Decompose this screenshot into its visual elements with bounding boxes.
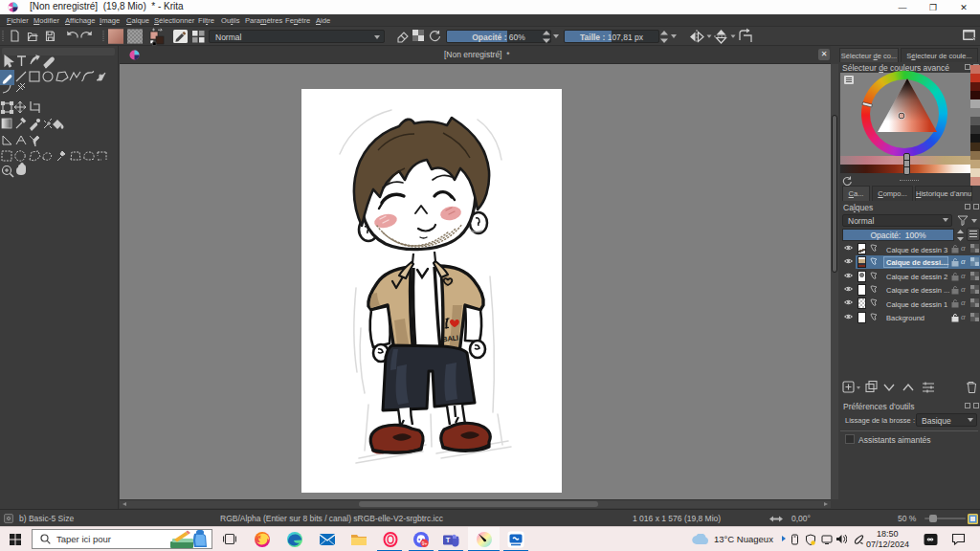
svg-text:T: T xyxy=(446,536,451,544)
svg-text:9+: 9+ xyxy=(422,540,428,546)
